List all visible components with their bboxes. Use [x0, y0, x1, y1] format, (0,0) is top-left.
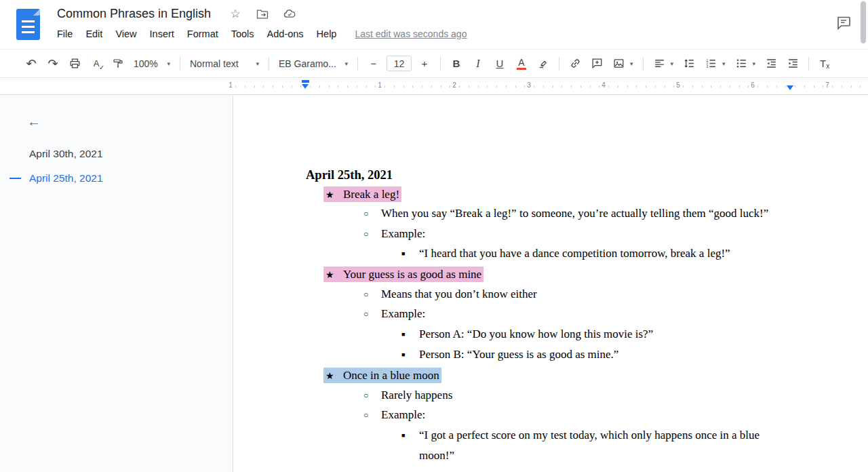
doc-text: Break a leg!	[343, 188, 399, 201]
doc-body: ★Break a leg!○When you say “Break a leg!…	[306, 185, 791, 465]
numbered-list-button[interactable]: 1 2 3 ▾	[702, 54, 728, 73]
highlight-color-button[interactable]	[534, 54, 553, 73]
outline-item[interactable]: April 30th, 2021	[0, 142, 233, 166]
ruler-number: 6	[749, 81, 757, 89]
doc-list-item[interactable]: ★Once in a blue moon	[306, 366, 791, 386]
content-area: ← April 30th, 2021April 25th, 2021 April…	[0, 96, 868, 472]
doc-text: Once in a blue moon	[343, 369, 439, 382]
clear-formatting-button[interactable]: Tx	[816, 54, 834, 73]
doc-text: Your guess is as good as mine	[343, 268, 481, 281]
menu-view[interactable]: View	[115, 28, 136, 39]
undo-button[interactable]: ↶	[22, 54, 41, 73]
spellcheck-icon: A✓	[94, 58, 100, 68]
increase-indent-button[interactable]	[784, 54, 802, 73]
open-comment-history-button[interactable]	[834, 14, 853, 33]
ruler-number: 1	[226, 81, 235, 89]
menu-file[interactable]: File	[57, 28, 73, 39]
paint-format-button[interactable]	[109, 54, 127, 73]
decrease-font-size-button[interactable]: −	[365, 54, 383, 73]
star-icon[interactable]: ☆	[229, 7, 242, 21]
line-spacing-icon	[683, 57, 696, 70]
italic-button[interactable]: I	[469, 54, 488, 73]
doc-list-item[interactable]: ■Person B: “Your guess is as good as min…	[306, 345, 791, 366]
chevron-down-icon: ▾	[344, 60, 348, 67]
current-section-indicator	[9, 178, 21, 179]
chevron-down-icon: ▾	[671, 60, 674, 67]
spell-check-button[interactable]: A✓	[87, 54, 106, 73]
toolbar-separator	[808, 57, 809, 71]
outline-item[interactable]: April 25th, 2021	[0, 166, 233, 191]
doc-list-item[interactable]: ■“I got a perfect score on my test today…	[306, 426, 791, 465]
menu-insert[interactable]: Insert	[150, 28, 174, 39]
doc-list-item[interactable]: ○Example:	[306, 406, 791, 426]
underline-button[interactable]: U	[491, 54, 509, 73]
google-docs-logo-icon[interactable]	[16, 9, 40, 40]
chevron-down-icon: ▾	[167, 60, 170, 67]
text-color-button[interactable]: A	[513, 54, 531, 73]
text-span: ○Example:	[363, 408, 425, 421]
doc-list-item[interactable]: ○Example:	[306, 304, 791, 325]
doc-list-item[interactable]: ■Person A: “Do you know how long this mo…	[306, 325, 791, 346]
doc-list-item[interactable]: ★Break a leg!	[306, 185, 791, 205]
chevron-down-icon: ▾	[753, 60, 756, 67]
doc-list-item[interactable]: ○When you say “Break a leg!” to someone,…	[306, 204, 791, 224]
first-line-indent-marker[interactable]	[302, 80, 309, 83]
insert-link-button[interactable]	[566, 54, 585, 73]
document-page[interactable]: April 25th, 2021 ★Break a leg!○When you …	[233, 96, 868, 472]
image-icon	[612, 57, 625, 70]
menu-tools[interactable]: Tools	[231, 28, 254, 39]
doc-list-item[interactable]: ■“I heard that you have a dance competit…	[306, 244, 791, 265]
align-button[interactable]: ▾	[650, 54, 677, 73]
insert-image-button[interactable]: ▾	[610, 54, 636, 73]
line-spacing-button[interactable]	[680, 54, 698, 73]
close-outline-button[interactable]: ←	[26, 113, 42, 130]
bullet-icon: ■	[401, 326, 419, 345]
paint-roller-icon	[112, 58, 124, 70]
outline-item-label: April 30th, 2021	[29, 148, 103, 159]
doc-text: Example:	[381, 227, 425, 240]
right-indent-marker[interactable]	[787, 84, 794, 90]
menu-add-ons[interactable]: Add-ons	[267, 28, 304, 39]
doc-list-item[interactable]: ○Example:	[306, 224, 791, 245]
last-edit-link[interactable]: Last edit was seconds ago	[355, 28, 467, 39]
document-status-cloud-icon[interactable]	[283, 7, 296, 21]
clear-formatting-icon: Tx	[820, 58, 829, 70]
bold-button[interactable]: B	[448, 54, 466, 73]
folder-move-icon	[256, 7, 269, 21]
text-color-icon: A	[517, 58, 526, 70]
text-span: ■“I got a perfect score on my test today…	[401, 429, 760, 463]
menu-help[interactable]: Help	[317, 28, 337, 39]
increase-font-size-button[interactable]: +	[416, 54, 434, 73]
font-size-input[interactable]: 12	[387, 56, 412, 71]
left-indent-marker[interactable]	[302, 80, 309, 89]
doc-text: Person A: “Do you know how long this mov…	[419, 328, 653, 340]
doc-list-item[interactable]: ★Your guess is as good as mine	[306, 265, 791, 285]
doc-list-item[interactable]: ○Means that you don’t know either	[306, 285, 791, 305]
doc-text: “I heard that you have a dance competiti…	[419, 247, 730, 260]
doc-list-item[interactable]: ○Rarely happens	[306, 386, 791, 406]
ruler-number: 5	[674, 81, 682, 89]
bulleted-list-button[interactable]: ▾	[732, 54, 759, 73]
add-comment-button[interactable]	[588, 54, 606, 73]
zoom-select[interactable]: 100% ▾	[131, 54, 173, 73]
highlighted-text-span: ★Your guess is as good as mine	[323, 267, 484, 282]
menu-format[interactable]: Format	[187, 28, 218, 39]
paragraph-style-select[interactable]: Normal text ▾	[187, 54, 262, 73]
vertical-scrollbar-thumb[interactable]	[861, 1, 866, 43]
doc-text: Person B: “Your guess is as good as mine…	[419, 348, 618, 361]
doc-text: Example:	[381, 408, 425, 421]
link-icon	[569, 57, 582, 70]
menu-edit[interactable]: Edit	[85, 28, 102, 39]
bullet-icon: ○	[363, 387, 381, 406]
text-span: ■Person A: “Do you know how long this mo…	[401, 328, 653, 340]
decrease-indent-button[interactable]	[762, 54, 781, 73]
font-select[interactable]: EB Garamo... ▾	[276, 54, 351, 73]
print-button[interactable]	[66, 54, 84, 73]
title-action-icons: ☆	[229, 7, 296, 21]
doc-heading[interactable]: April 25th, 2021	[306, 166, 791, 185]
bullet-icon: ★	[326, 186, 343, 205]
redo-button[interactable]: ↷	[44, 54, 62, 73]
bullet-icon: ■	[401, 427, 419, 446]
move-to-folder-icon[interactable]	[256, 7, 269, 21]
document-title[interactable]: Common Phrases in English	[57, 7, 211, 21]
